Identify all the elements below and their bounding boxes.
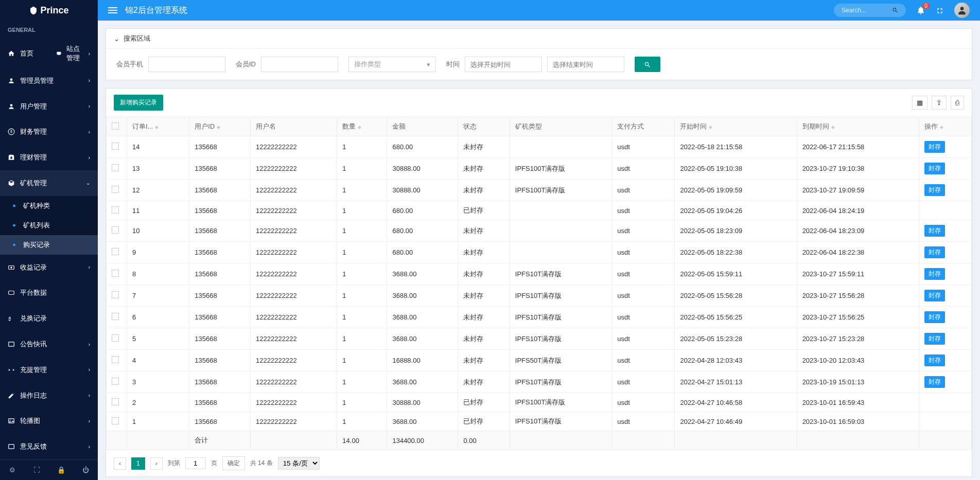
row-checkbox[interactable] xyxy=(112,206,119,214)
seal-button[interactable]: 封存 xyxy=(924,333,945,345)
sidebar-subitem-purchase-record[interactable]: 购买记录 xyxy=(0,235,98,255)
col-start-time[interactable]: 开始时间◆ xyxy=(675,117,797,136)
seal-button[interactable]: 封存 xyxy=(924,354,945,366)
search-button[interactable] xyxy=(635,57,660,72)
print-icon[interactable]: ⎙ xyxy=(951,96,964,110)
seal-button[interactable]: 封存 xyxy=(924,184,945,196)
select-op-type[interactable]: 操作类型 ▾ xyxy=(348,57,436,72)
lock-icon[interactable]: 🔒 xyxy=(49,460,74,480)
data-icon xyxy=(8,289,15,296)
chevron-right-icon: › xyxy=(89,393,90,398)
dollar-icon xyxy=(8,264,15,271)
sidebar-item-user[interactable]: 用户管理 › xyxy=(0,94,98,119)
row-checkbox[interactable] xyxy=(112,143,119,150)
columns-icon[interactable]: ▦ xyxy=(912,96,927,110)
sidebar-item-income[interactable]: 收益记录 › xyxy=(0,255,98,280)
row-checkbox[interactable] xyxy=(112,398,119,405)
page-confirm[interactable]: 确定 xyxy=(222,456,245,470)
row-checkbox[interactable] xyxy=(112,248,119,255)
header: Prince 锦2后台管理系统 0 xyxy=(0,0,980,21)
svg-rect-7 xyxy=(9,291,14,295)
sidebar-item-exchange[interactable]: ₿ 兑换记录 xyxy=(0,306,98,331)
chevron-down-icon: ⌄ xyxy=(86,180,90,186)
notification-icon[interactable]: 0 xyxy=(916,6,925,15)
sidebar-item-feedback[interactable]: 意见反馈 › xyxy=(0,434,98,459)
pagination: ‹ 1 › 到第 页 确定 共 14 条 15 条/页 xyxy=(106,450,972,476)
sidebar-subitem-miner-list[interactable]: 矿机列表 xyxy=(0,216,98,235)
sidebar-submenu-miner: 矿机种类 矿机列表 购买记录 xyxy=(0,196,98,255)
page-next[interactable]: › xyxy=(150,457,163,470)
table-row: 10 135668 12222222222 1 680.00 未封存 usdt … xyxy=(107,220,972,242)
col-user-id[interactable]: 用户ID◆ xyxy=(189,117,251,136)
search-input[interactable] xyxy=(842,7,892,14)
image-icon xyxy=(8,443,15,450)
sidebar-item-oplog[interactable]: 操作日志 › xyxy=(0,383,98,408)
seal-button[interactable]: 封存 xyxy=(924,311,945,323)
sidebar-bottom: ⚙ ⛶ 🔒 ⏻ xyxy=(0,459,98,480)
search-panel-header[interactable]: ⌄ 搜索区域 xyxy=(106,29,972,49)
sidebar-item-wealth[interactable]: 理财管理 › xyxy=(0,145,98,170)
sidebar-item-carousel[interactable]: 轮播图 › xyxy=(0,408,98,434)
row-checkbox[interactable] xyxy=(112,313,119,320)
row-checkbox[interactable] xyxy=(112,378,119,385)
row-checkbox[interactable] xyxy=(112,334,119,342)
select-all-checkbox[interactable] xyxy=(112,122,119,130)
page-1[interactable]: 1 xyxy=(131,457,145,470)
page-prev[interactable]: ‹ xyxy=(114,457,126,470)
notification-badge: 0 xyxy=(922,3,930,9)
chevron-right-icon: › xyxy=(89,78,90,83)
label-time: 时间 xyxy=(446,60,460,69)
svg-point-2 xyxy=(10,104,13,106)
row-checkbox[interactable] xyxy=(112,226,119,234)
input-end-time[interactable] xyxy=(547,57,624,72)
col-order-id[interactable]: 订单I...◆ xyxy=(127,117,189,136)
label-member-id: 会员ID xyxy=(236,60,256,69)
svg-point-11 xyxy=(10,420,11,421)
table-row: 4 135668 12222222222 1 16888.00 未封存 IPFS… xyxy=(107,350,972,371)
row-checkbox[interactable] xyxy=(112,186,119,193)
seal-button[interactable]: 封存 xyxy=(924,376,945,388)
seal-button[interactable]: 封存 xyxy=(924,141,945,153)
seal-button[interactable]: 封存 xyxy=(924,246,945,258)
sidebar-item-home[interactable]: 首页 xyxy=(0,39,49,68)
table-row: 5 135668 12222222222 1 3688.00 未封存 IPFS1… xyxy=(107,328,972,350)
page-size-select[interactable]: 15 条/页 xyxy=(278,457,320,470)
col-expire-time[interactable]: 到期时间◆ xyxy=(797,117,919,136)
export-icon[interactable]: ⇪ xyxy=(932,96,947,110)
logo[interactable]: Prince xyxy=(0,0,98,21)
add-record-button[interactable]: 新增购买记录 xyxy=(114,95,163,111)
sidebar-item-site[interactable]: 站点管理 › xyxy=(49,39,98,68)
seal-button[interactable]: 封存 xyxy=(924,225,945,237)
sidebar-item-miner[interactable]: 矿机管理 ⌄ xyxy=(0,170,98,196)
input-member-id[interactable] xyxy=(261,57,338,72)
expand-icon[interactable]: ⛶ xyxy=(25,460,49,480)
seal-button[interactable]: 封存 xyxy=(924,290,945,301)
fullscreen-icon[interactable] xyxy=(936,6,944,15)
row-checkbox[interactable] xyxy=(112,291,119,298)
seal-button[interactable]: 封存 xyxy=(924,163,945,174)
settings-icon[interactable]: ⚙ xyxy=(0,460,25,480)
sidebar-item-deposit[interactable]: 充提管理 › xyxy=(0,357,98,383)
sidebar-item-finance[interactable]: $ 财务管理 › xyxy=(0,119,98,145)
page-input[interactable] xyxy=(185,457,206,469)
avatar[interactable] xyxy=(954,3,970,18)
caret-down-icon: ▾ xyxy=(427,61,430,68)
sidebar-subitem-miner-type[interactable]: 矿机种类 xyxy=(0,196,98,216)
menu-toggle-icon[interactable] xyxy=(108,7,117,13)
chevron-right-icon: › xyxy=(89,418,90,424)
row-checkbox[interactable] xyxy=(112,270,119,277)
sidebar-item-notice[interactable]: 公告快讯 › xyxy=(0,331,98,357)
power-icon[interactable]: ⏻ xyxy=(74,460,98,480)
col-action[interactable]: 操作◆ xyxy=(919,117,971,136)
row-checkbox[interactable] xyxy=(112,417,119,424)
row-checkbox[interactable] xyxy=(112,164,119,171)
col-quantity[interactable]: 数量◆ xyxy=(337,117,387,136)
input-member-phone[interactable] xyxy=(148,57,225,72)
global-search[interactable] xyxy=(834,4,906,17)
input-start-time[interactable] xyxy=(465,57,542,72)
seal-button[interactable]: 封存 xyxy=(924,268,945,280)
table-row: 12 135668 12222222222 1 30888.00 未封存 IPF… xyxy=(107,180,972,201)
row-checkbox[interactable] xyxy=(112,356,119,363)
sidebar-item-platform[interactable]: 平台数据 xyxy=(0,280,98,306)
sidebar-item-admin[interactable]: 管理员管理 › xyxy=(0,68,98,94)
